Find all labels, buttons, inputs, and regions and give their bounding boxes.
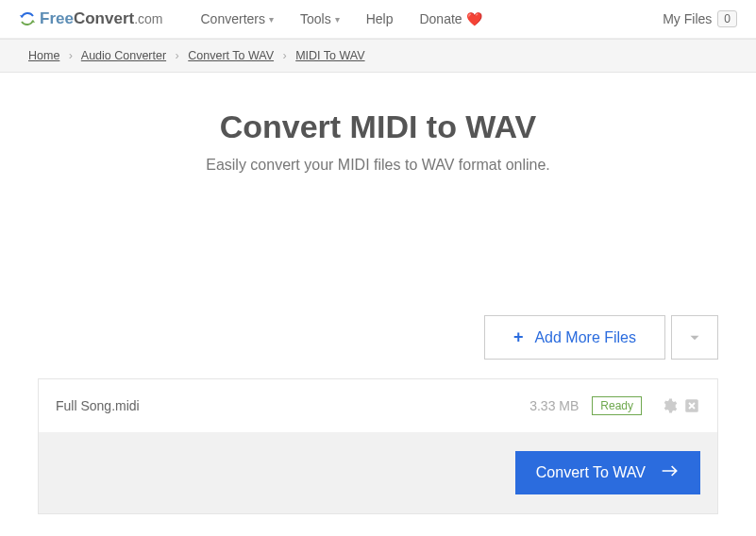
close-icon <box>683 397 700 414</box>
action-row: Convert To WAV <box>39 432 717 513</box>
nav-converters-label: Converters <box>201 11 265 26</box>
breadcrumb: Home › Audio Converter › Convert To WAV … <box>0 39 756 73</box>
breadcrumb-home[interactable]: Home <box>28 49 59 62</box>
chevron-down-icon: ▾ <box>335 14 340 25</box>
heart-icon: ❤️ <box>466 11 482 26</box>
page-subtitle: Easily convert your MIDI files to WAV fo… <box>19 157 737 174</box>
nav-converters[interactable]: Converters ▾ <box>201 11 274 26</box>
svg-marker-0 <box>20 15 25 17</box>
my-files-count: 0 <box>717 10 737 27</box>
convert-button-label: Convert To WAV <box>536 464 646 481</box>
convert-button[interactable]: Convert To WAV <box>515 451 700 494</box>
breadcrumb-convert-to-wav[interactable]: Convert To WAV <box>188 49 274 62</box>
header: FreeConvert.com Converters ▾ Tools ▾ Hel… <box>0 0 756 39</box>
nav: Converters ▾ Tools ▾ Help Donate ❤️ <box>201 11 664 26</box>
file-name: Full Song.midi <box>56 398 529 413</box>
add-more-files-label: Add More Files <box>534 329 636 346</box>
logo-icon <box>19 10 36 27</box>
plus-icon: + <box>513 327 524 347</box>
nav-help[interactable]: Help <box>366 11 394 26</box>
gear-icon <box>661 397 678 414</box>
file-remove-button[interactable] <box>683 397 700 414</box>
add-more-dropdown-button[interactable] <box>671 315 718 360</box>
breadcrumb-audio-converter[interactable]: Audio Converter <box>81 49 166 62</box>
arrow-right-icon <box>661 464 680 481</box>
nav-tools-label: Tools <box>300 11 331 26</box>
logo[interactable]: FreeConvert.com <box>19 9 163 28</box>
file-list: Full Song.midi 3.33 MB Ready Convert To … <box>38 378 718 514</box>
breadcrumb-sep: › <box>69 49 73 62</box>
file-status-badge: Ready <box>592 396 642 415</box>
breadcrumb-sep: › <box>176 49 179 62</box>
file-settings-button[interactable] <box>661 397 678 414</box>
main: Convert MIDI to WAV Easily convert your … <box>0 73 756 533</box>
page-title: Convert MIDI to WAV <box>19 109 737 145</box>
nav-help-label: Help <box>366 11 394 26</box>
nav-donate-label: Donate <box>419 11 462 26</box>
file-row: Full Song.midi 3.33 MB Ready <box>39 379 717 432</box>
add-more-row: + Add More Files <box>19 315 737 378</box>
breadcrumb-midi-to-wav[interactable]: MIDI To WAV <box>295 49 364 62</box>
my-files[interactable]: My Files 0 <box>663 10 737 27</box>
svg-marker-1 <box>31 21 36 23</box>
breadcrumb-sep: › <box>283 49 287 62</box>
nav-donate[interactable]: Donate ❤️ <box>419 11 481 26</box>
file-size: 3.33 MB <box>529 398 579 413</box>
add-more-files-button[interactable]: + Add More Files <box>484 315 665 360</box>
chevron-down-icon <box>686 329 703 346</box>
logo-text: FreeConvert.com <box>40 9 163 28</box>
my-files-label: My Files <box>663 11 712 26</box>
nav-tools[interactable]: Tools ▾ <box>300 11 340 26</box>
chevron-down-icon: ▾ <box>269 14 274 25</box>
